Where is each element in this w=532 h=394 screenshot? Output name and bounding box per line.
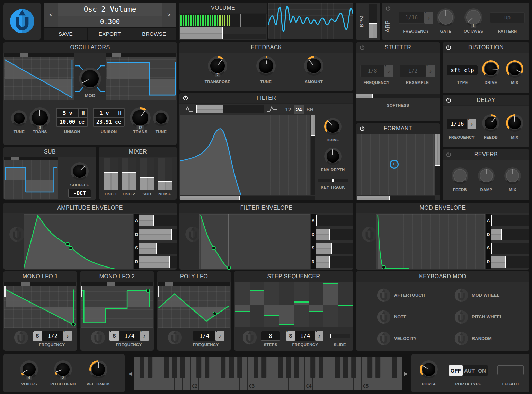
black-key[interactable] [311, 357, 316, 378]
step-seq-step[interactable] [338, 282, 353, 327]
osc1-unison-box[interactable]: 5 v H 10.00 ce [56, 108, 88, 127]
stutter-softness-slider[interactable] [356, 94, 440, 98]
delay-frequency-value[interactable]: 1/16 [447, 119, 468, 129]
black-key[interactable] [164, 357, 169, 378]
mod-env-mod-source-icon[interactable] [361, 226, 378, 243]
keyboard-scroll-right-icon[interactable]: ▶ [403, 357, 409, 390]
osc2-unison-harmonize-button[interactable]: H [115, 109, 124, 118]
black-key[interactable] [205, 357, 210, 378]
lfo1-frequency-value[interactable]: 1/2 [42, 331, 63, 341]
reverb-mix-knob[interactable] [504, 167, 521, 184]
distortion-power-icon[interactable] [445, 44, 452, 51]
osc1-unison-detune[interactable]: 10.00 ce [57, 118, 87, 126]
arp-pattern-value[interactable]: up [490, 12, 525, 23]
lfo1-mod-source-icon[interactable] [13, 330, 29, 345]
reverb-damp-knob[interactable] [478, 167, 495, 184]
stutter-power-icon[interactable] [359, 44, 365, 51]
browse-button[interactable]: BROWSE [132, 28, 176, 40]
filter-cutoff-slider[interactable] [180, 196, 315, 200]
lfo1-waveform-display[interactable] [4, 286, 76, 328]
lfo2-waveform-display[interactable] [81, 286, 153, 328]
keyboard-scroll-left-icon[interactable]: ◀ [127, 357, 133, 390]
distortion-mix-knob[interactable] [506, 60, 523, 78]
black-key[interactable] [367, 357, 372, 378]
arp-octaves-knob[interactable]: 1 [464, 8, 482, 26]
step-seq-sync-button[interactable]: ▾S [286, 331, 295, 341]
black-key[interactable] [261, 357, 266, 378]
distortion-drive-knob[interactable] [482, 60, 499, 78]
step-seq-step[interactable] [279, 282, 294, 327]
stutter-resample-value[interactable]: 1/2 [400, 65, 426, 77]
lfo2-frequency-note-icon[interactable]: ▾♪ [140, 331, 149, 341]
pitch-bend-knob[interactable]: 2 [54, 360, 72, 378]
mod-sustain-slider[interactable] [491, 243, 529, 254]
note-mod-source-icon[interactable] [376, 309, 391, 325]
amp-env-mod-source-icon[interactable] [8, 226, 26, 243]
formant-y-slider[interactable] [435, 134, 440, 195]
filter-drive-knob[interactable] [324, 118, 342, 135]
step-seq-steps-value[interactable]: 8 [261, 331, 280, 341]
black-key[interactable] [392, 357, 397, 378]
osc1-tune-knob[interactable] [11, 110, 27, 126]
feedback-transpose-knob[interactable]: 7 [208, 56, 227, 76]
osc2-trans-knob[interactable]: 12 [130, 107, 151, 128]
filter-release-slider[interactable] [316, 256, 353, 268]
voices-knob[interactable]: 4 [20, 360, 38, 378]
arp-frequency-note-icon[interactable]: ▾♪ [424, 12, 433, 24]
filter-key-track-slider[interactable] [318, 179, 348, 182]
delay-mix-knob[interactable] [506, 114, 523, 132]
osc1-waveform-selector[interactable] [4, 53, 74, 57]
black-key[interactable] [140, 357, 144, 378]
lfo1-sync-button[interactable]: ▾S [33, 331, 42, 341]
patch-name[interactable]: Osc 2 Volume [58, 3, 162, 16]
osc1-unison-voices[interactable]: 5 v [57, 109, 78, 118]
vel-track-knob[interactable] [89, 360, 107, 378]
black-key[interactable] [286, 357, 291, 378]
filter-attack-slider[interactable] [316, 215, 353, 226]
osc1-unison-harmonize-button[interactable]: H [78, 109, 88, 118]
export-button[interactable]: EXPORT [88, 28, 132, 40]
volume-slider[interactable] [180, 27, 266, 39]
lfo1-frequency-note-icon[interactable]: ▾♪ [63, 331, 72, 341]
osc2-unison-box[interactable]: 1 v H 23.91 ce [93, 108, 125, 127]
patch-value[interactable]: 0.300 [58, 16, 162, 27]
patch-next-button[interactable]: > [162, 3, 176, 27]
black-key[interactable] [180, 357, 185, 378]
poly-lfo-waveform-display[interactable] [158, 286, 230, 328]
arp-frequency-value[interactable]: 1/16 [399, 12, 424, 24]
filter-resonance-slider[interactable] [311, 115, 315, 195]
mixer-osc1-slider[interactable] [104, 158, 118, 190]
black-key[interactable] [196, 357, 201, 378]
step-seq-step[interactable] [294, 282, 309, 327]
filter-shelf-button[interactable]: SH [305, 105, 315, 114]
porta-type-auto-button[interactable]: AUT [463, 365, 477, 376]
sub-octave-button[interactable]: -OCT [68, 189, 91, 198]
osc2-waveform-display[interactable] [106, 57, 176, 100]
black-key[interactable] [172, 357, 177, 378]
black-key[interactable] [229, 357, 234, 378]
black-key[interactable] [319, 357, 323, 378]
stutter-frequency-value[interactable]: 1/8 [360, 65, 384, 77]
keyboard-keys[interactable]: C2C3C4C5 [134, 357, 402, 390]
porta-type-on-button[interactable]: ON [476, 365, 488, 376]
stutter-resample-note-icon[interactable]: ▾♪ [426, 65, 435, 77]
formant-marker[interactable] [390, 160, 399, 169]
filter-env-mod-source-icon[interactable] [184, 226, 202, 243]
poly-lfo-mod-source-icon[interactable] [167, 330, 183, 345]
sub-waveform-selector[interactable] [4, 157, 58, 160]
arp-gate-knob[interactable] [437, 8, 455, 26]
filter-sustain-slider[interactable] [316, 243, 353, 254]
step-seq-frequency-note-icon[interactable]: ▾♪ [315, 331, 323, 341]
amp-attack-slider[interactable] [139, 215, 177, 226]
osc1-waveform-display[interactable] [4, 57, 74, 100]
aftertouch-mod-source-icon[interactable] [376, 288, 391, 303]
step-sequencer-display[interactable] [235, 282, 353, 327]
osc2-unison-detune[interactable]: 23.91 ce [94, 118, 124, 126]
legato-toggle[interactable] [497, 365, 524, 375]
poly-lfo-frequency-value[interactable]: 1/4 [193, 331, 215, 341]
step-seq-step[interactable] [309, 282, 323, 327]
feedback-tune-knob[interactable] [256, 56, 276, 76]
patch-prev-button[interactable]: < [44, 3, 58, 27]
formant-power-icon[interactable] [359, 125, 365, 132]
porta-knob[interactable] [420, 360, 438, 378]
